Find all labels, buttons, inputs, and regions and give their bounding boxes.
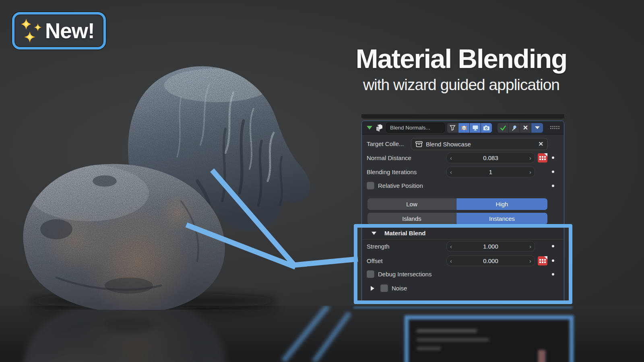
increment-icon[interactable]: › [529, 257, 531, 264]
modifier-name: Blend Normals... [390, 125, 430, 131]
vertex-group-filter-button[interactable] [447, 123, 458, 133]
new-feature-badge: New! [12, 12, 106, 49]
modifier-panel: Blend Normals... [361, 121, 564, 304]
decorator-dot[interactable] [552, 185, 554, 187]
debug-intersections-row: Debug Intersections [362, 269, 564, 279]
apply-check-button[interactable] [497, 123, 508, 133]
normal-distance-value: 0.083 [483, 154, 498, 161]
instances-label: Instances [489, 215, 515, 222]
detail-high-button[interactable]: High [456, 198, 547, 210]
highlight-box-reflection-edge [353, 306, 572, 309]
target-collection-field[interactable]: Blend Showcase ✕ [411, 138, 548, 150]
decorator-dot[interactable] [552, 273, 554, 276]
strength-row: Strength ‹ 1.000 › [362, 241, 564, 252]
increment-icon[interactable]: › [529, 243, 531, 249]
material-blend-title: Material Blend [384, 228, 426, 239]
blending-iterations-row: Blending Iterations ‹ 1 › [362, 167, 564, 177]
decorator-dot[interactable] [552, 156, 554, 159]
modifier-header: Blend Normals... [362, 121, 564, 135]
keyframe-red-icon[interactable] [537, 256, 548, 266]
modifier-name-input[interactable]: Blend Normals... [386, 123, 445, 133]
realtime-display-button[interactable] [470, 123, 481, 133]
blending-iterations-label: Blending Iterations [367, 167, 417, 177]
keyframe-red-icon[interactable] [537, 153, 548, 163]
target-collection-value: Blend Showcase [426, 141, 471, 148]
badge-label: New! [45, 19, 95, 43]
rock-scan-render [8, 60, 322, 310]
offset-row: Offset ‹ 0.000 › [362, 255, 564, 266]
hero-text: Material Blending with wizard guided app… [317, 45, 605, 94]
floor-reflection-area [0, 306, 644, 362]
target-collection-label: Target Colle... [367, 138, 404, 150]
close-icon: ✕ [523, 125, 528, 131]
collapse-section-icon[interactable] [372, 232, 376, 235]
expand-panel-icon[interactable] [367, 126, 372, 130]
clear-collection-icon[interactable]: ✕ [538, 140, 543, 148]
debug-intersections-label: Debug Intersections [378, 269, 431, 279]
decrement-icon[interactable]: ‹ [450, 154, 452, 161]
decrement-icon[interactable]: ‹ [450, 243, 452, 249]
relative-position-checkbox[interactable] [367, 182, 374, 189]
chevron-down-icon [535, 126, 540, 129]
blending-iterations-value: 1 [489, 169, 492, 175]
display-toggle-group [447, 123, 492, 133]
render-display-button[interactable] [481, 123, 492, 133]
expand-noise-icon[interactable] [371, 286, 374, 291]
collection-icon [415, 141, 423, 147]
promo-screenshot: New! Material Blending with wizard guide… [0, 0, 644, 362]
increment-icon[interactable]: › [529, 168, 531, 175]
mode-islands-button[interactable]: Islands [367, 213, 456, 224]
previous-panel-edge [361, 114, 564, 119]
action-button-group: ✕ [497, 123, 543, 133]
material-blend-header[interactable]: Material Blend [362, 228, 564, 239]
blending-iterations-slider[interactable]: ‹ 1 › [446, 167, 535, 177]
offset-value: 0.000 [483, 257, 498, 264]
extras-dropdown-button[interactable] [531, 123, 543, 133]
drag-grip[interactable] [550, 126, 560, 130]
islands-label: Islands [402, 215, 421, 222]
target-collection-row: Target Colle... Blend Showcase ✕ [362, 138, 564, 150]
edit-mode-display-button[interactable] [458, 123, 469, 133]
mode-instances-button[interactable]: Instances [456, 213, 547, 224]
decorator-dot[interactable] [552, 171, 554, 173]
noise-label: Noise [392, 283, 407, 294]
normal-distance-row: Normal Distance ‹ 0.083 › [362, 152, 564, 163]
normal-distance-slider[interactable]: ‹ 0.083 › [446, 152, 535, 163]
offset-slider[interactable]: ‹ 0.000 › [446, 255, 535, 266]
close-modifier-button[interactable]: ✕ [520, 123, 531, 133]
detail-toggle-row: Low High [362, 198, 564, 210]
mode-toggle-row: Islands Instances [362, 213, 564, 224]
sparkles-icon [19, 18, 44, 44]
normal-distance-label: Normal Distance [367, 152, 411, 163]
noise-checkbox[interactable] [380, 284, 388, 292]
section-divider [362, 239, 564, 240]
strength-value: 1.000 [483, 243, 498, 250]
page-title: Material Blending [317, 45, 605, 72]
decrement-icon[interactable]: ‹ [450, 257, 452, 264]
relative-position-label: Relative Position [378, 181, 423, 191]
decorator-dot[interactable] [552, 245, 554, 247]
relative-position-row: Relative Position [362, 181, 564, 191]
noise-row: Noise [362, 283, 564, 294]
modifier-icon [375, 124, 384, 132]
decrement-icon[interactable]: ‹ [450, 168, 452, 175]
strength-slider[interactable]: ‹ 1.000 › [446, 241, 535, 252]
pin-button[interactable] [509, 123, 520, 133]
low-label: Low [406, 201, 417, 208]
detail-low-button[interactable]: Low [367, 198, 456, 210]
decorator-dot[interactable] [552, 259, 554, 262]
panel-reflection [405, 315, 574, 362]
increment-icon[interactable]: › [529, 154, 531, 161]
debug-intersections-checkbox[interactable] [367, 270, 374, 278]
high-label: High [496, 201, 508, 208]
page-subtitle: with wizard guided application [317, 76, 605, 94]
strength-label: Strength [367, 241, 390, 252]
offset-label: Offset [367, 255, 383, 266]
